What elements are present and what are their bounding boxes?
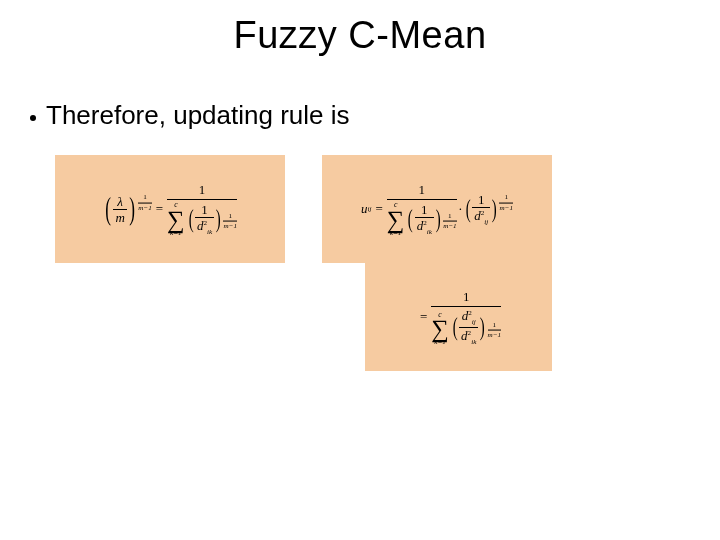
exp-den-4: m−1 (499, 204, 513, 211)
equation-2: uij = 1 c ∑ k=1 ( 1 (322, 155, 552, 263)
formula-box-uij-top: uij = 1 c ∑ k=1 ( 1 (322, 155, 552, 263)
ik-sub-3: ik (471, 337, 476, 345)
exp-num-5: 1 (493, 322, 497, 329)
dot-multiply-icon: · (459, 201, 462, 217)
slide: Fuzzy C-Mean Therefore, updating rule is… (0, 0, 720, 540)
sum-lower-k: k=1 (170, 230, 182, 236)
equals-sign-3: = (420, 309, 427, 325)
bullet-dot-icon (30, 115, 36, 121)
one-over-3: 1 (476, 193, 487, 206)
equation-3: = 1 c ∑ k=1 ( d2ij d2ik (365, 263, 552, 371)
slide-title: Fuzzy C-Mean (0, 14, 720, 57)
equation-1: ( λ m ) 1 m−1 = 1 (55, 155, 285, 263)
sum-lower-k-3: k=1 (434, 339, 446, 345)
exp-num: 1 (143, 194, 147, 201)
exp-num-4: 1 (504, 194, 508, 201)
bullet-item: Therefore, updating rule is (30, 100, 350, 131)
sigma-icon-2: ∑ (387, 209, 405, 230)
exp-den-5: m−1 (488, 332, 502, 339)
formula-box-uij-bottom: = 1 c ∑ k=1 ( d2ij d2ik (365, 263, 552, 371)
exp-den-3: m−1 (443, 222, 457, 229)
ik-sub: ik (207, 228, 212, 236)
numerator-one-3: 1 (463, 289, 470, 306)
exp-den-2: m−1 (223, 222, 237, 229)
exp-den: m−1 (138, 204, 152, 211)
sum-lower-k-2: k=1 (390, 230, 402, 236)
lambda-symbol: λ (115, 195, 125, 208)
bullet-text: Therefore, updating rule is (46, 100, 350, 131)
sigma-icon-3: ∑ (431, 318, 449, 339)
numerator-one-2: 1 (418, 182, 425, 199)
sigma-icon: ∑ (167, 209, 185, 230)
one-over-2: 1 (419, 203, 430, 216)
equals-sign: = (156, 201, 163, 217)
one-over: 1 (199, 203, 210, 216)
m-symbol: m (113, 211, 126, 224)
ij-sub-3: ij (472, 317, 476, 325)
exp-num-2: 1 (228, 212, 232, 219)
equals-sign-2: = (375, 201, 382, 217)
ij-sub: ij (368, 205, 372, 213)
exp-num-3: 1 (448, 212, 452, 219)
ij-sub-2: ij (484, 217, 488, 225)
numerator-one: 1 (199, 182, 206, 199)
ik-sub-2: ik (427, 228, 432, 236)
formula-box-lambda: ( λ m ) 1 m−1 = 1 (55, 155, 285, 263)
